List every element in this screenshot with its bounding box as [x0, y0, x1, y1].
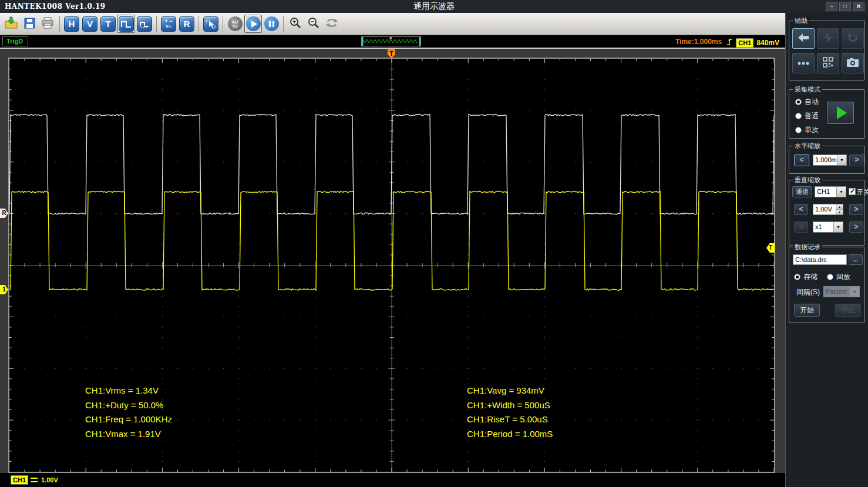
- trigger-position-preview[interactable]: T: [361, 36, 421, 46]
- cursor-measure-button[interactable]: [202, 15, 220, 33]
- trigger-level-readout: 840mV: [756, 39, 779, 47]
- radio-dot: [795, 113, 802, 119]
- minimize-button[interactable]: –: [826, 2, 837, 11]
- channel-value: CH1: [815, 187, 836, 197]
- zoom-out-icon: [307, 16, 320, 32]
- control-panel: 辅助 采集模式 自动 普通 单次: [785, 13, 868, 487]
- square-wave-measure-icon: [137, 16, 152, 32]
- more-options-button[interactable]: [792, 53, 815, 73]
- hzoom-decrease-button[interactable]: <: [794, 155, 809, 166]
- math-button[interactable]: [160, 15, 177, 33]
- aux-group: 辅助: [789, 21, 865, 80]
- radio-normal[interactable]: 普通: [795, 111, 819, 121]
- hzoom-increase-button[interactable]: >: [849, 155, 864, 166]
- toolbar-separator: [283, 16, 284, 32]
- radio-store[interactable]: 存储: [794, 272, 817, 282]
- vscale-increase-button[interactable]: >: [849, 204, 863, 215]
- radio-dot: [794, 274, 800, 280]
- data-record-group: 数据记录 C:\data.drc ... 存储 回放 间隔(S) Fastest…: [789, 247, 865, 323]
- toolbar-separator: [59, 16, 60, 32]
- math-operators-icon: [161, 16, 176, 32]
- back-arrow-icon: [798, 33, 809, 44]
- spin-down-icon[interactable]: ▼: [836, 209, 843, 214]
- save-button[interactable]: [21, 15, 38, 33]
- trigger-channel-badge: CH1: [736, 38, 753, 48]
- timebase-readout: Time:1.000ms: [675, 38, 722, 46]
- main-area: H V T R AU TO: [0, 13, 785, 487]
- screenshot-button[interactable]: [842, 53, 864, 73]
- measurement-period: CH1:Period = 1.00mS: [467, 427, 553, 442]
- radio-auto-label: 自动: [805, 97, 819, 107]
- open-folder-icon: [4, 16, 18, 32]
- reference-button[interactable]: R: [178, 15, 196, 33]
- trigger-status: TrigD: [2, 36, 28, 46]
- chevron-down-icon[interactable]: ▼: [837, 155, 846, 165]
- qr-code-icon: [823, 57, 833, 69]
- record-start-button[interactable]: 开始: [794, 304, 820, 317]
- pause-button[interactable]: [263, 15, 280, 33]
- browse-button[interactable]: ...: [849, 254, 863, 265]
- radio-dot: [795, 99, 802, 105]
- trigger-time-marker[interactable]: T: [388, 49, 395, 58]
- aux-group-label: 辅助: [793, 16, 809, 25]
- waveform-measure-button[interactable]: [136, 15, 153, 33]
- trigger-edge-icon: [726, 37, 733, 48]
- zoom-in-button[interactable]: [287, 15, 304, 33]
- acquire-run-button[interactable]: [827, 102, 854, 124]
- replay-label: 回放: [836, 272, 850, 282]
- channel1-badge[interactable]: CH1: [11, 475, 28, 485]
- pulse-view-button[interactable]: [817, 28, 839, 49]
- auto-setup-button[interactable]: AU TO: [226, 15, 244, 33]
- volts-per-div-spinner[interactable]: 1.00V ▲▼: [813, 204, 843, 215]
- back-button[interactable]: [792, 28, 815, 49]
- timebase-value: 1.000ms: [813, 155, 837, 165]
- auto-icon: AU TO: [228, 16, 243, 31]
- open-file-button[interactable]: [2, 15, 20, 33]
- reference-position-marker[interactable]: R: [0, 209, 8, 218]
- pulse-icon: [822, 33, 834, 44]
- channel-button[interactable]: 通道: [792, 186, 812, 197]
- refresh-button[interactable]: [323, 15, 341, 33]
- print-button[interactable]: [39, 15, 56, 33]
- vmult-increase-button[interactable]: >: [849, 221, 863, 233]
- chevron-down-icon: ▼: [850, 287, 859, 297]
- close-button[interactable]: ✕: [853, 2, 864, 11]
- radio-single[interactable]: 单次: [795, 125, 819, 135]
- radio-normal-label: 普通: [805, 111, 819, 121]
- spinner-buttons: ▲▼: [836, 204, 843, 214]
- vscale-decrease-button[interactable]: <: [794, 204, 808, 215]
- radio-replay[interactable]: 回放: [827, 272, 850, 282]
- spin-up-icon[interactable]: ▲: [836, 204, 843, 209]
- measurement-duty: CH1:+Duty = 50.0%: [85, 398, 172, 413]
- vertical-settings-button[interactable]: V: [81, 15, 99, 33]
- channel-switch-checkbox[interactable]: [849, 188, 856, 195]
- maximize-button[interactable]: □: [839, 2, 851, 11]
- radio-dot: [827, 274, 833, 280]
- vmult-decrease-button[interactable]: <: [794, 221, 808, 233]
- waveform-mode-button[interactable]: [117, 15, 135, 33]
- horizontal-zoom-group: 水平缩放 < 1.000ms ▼ >: [789, 146, 865, 174]
- horizontal-settings-button[interactable]: H: [63, 15, 80, 33]
- toolbar-separator: [156, 16, 157, 32]
- interval-select[interactable]: Fastest ▼: [823, 286, 860, 297]
- radio-auto[interactable]: 自动: [795, 97, 819, 107]
- interval-label: 间隔(S): [796, 287, 820, 297]
- record-stop-button[interactable]: 停止: [835, 304, 861, 317]
- volts-per-div-value: 1.00V: [813, 204, 836, 214]
- qr-code-button[interactable]: [817, 53, 839, 73]
- measurement-vrms: CH1:Vrms = 1.34V: [85, 384, 172, 398]
- timebase-select[interactable]: 1.000ms ▼: [813, 155, 847, 166]
- toolbar-separator: [199, 16, 199, 32]
- record-path-input[interactable]: C:\data.drc: [793, 254, 847, 265]
- status-bar: TrigD T Time:1.000ms CH1 840mV: [0, 35, 785, 49]
- refresh-arrows-icon: [325, 17, 339, 31]
- zoom-out-button[interactable]: [305, 15, 322, 33]
- channel1-position-marker[interactable]: 1: [0, 285, 8, 294]
- chevron-down-icon[interactable]: ▼: [836, 187, 846, 197]
- channel-select[interactable]: CH1 ▼: [815, 186, 846, 197]
- undo-button[interactable]: [842, 28, 864, 49]
- probe-mult-select[interactable]: x1 ▼: [813, 221, 843, 233]
- trigger-settings-button[interactable]: T: [99, 15, 117, 33]
- chevron-down-icon[interactable]: ▼: [833, 222, 843, 232]
- run-button[interactable]: [244, 15, 262, 33]
